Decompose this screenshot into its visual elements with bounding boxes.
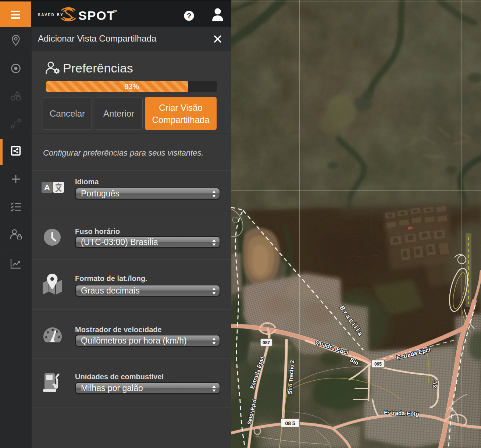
svg-text:08 5: 08 5 bbox=[285, 420, 295, 426]
svg-text:A: A bbox=[44, 183, 50, 192]
svg-text:095: 095 bbox=[374, 362, 382, 367]
svg-text:Estrada Eptg: Estrada Eptg bbox=[384, 409, 419, 417]
svg-text:087: 087 bbox=[263, 340, 270, 345]
svg-text:?: ? bbox=[187, 12, 191, 20]
